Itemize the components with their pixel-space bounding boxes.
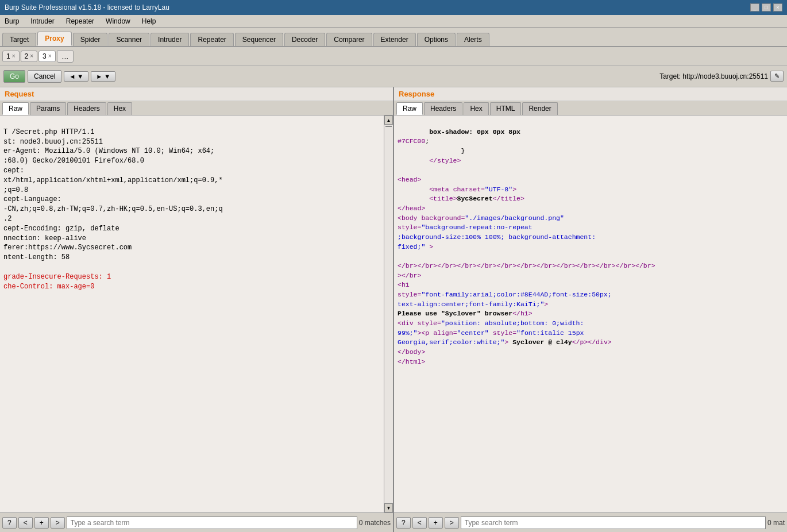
scroll-thumb[interactable]: [385, 126, 392, 127]
content-area: Request Raw Params Headers Hex T /Secret…: [0, 87, 787, 532]
response-search-bar: ? < + > 0 mat: [394, 512, 787, 532]
cancel-button[interactable]: Cancel: [28, 70, 61, 83]
request-search-question[interactable]: ?: [2, 517, 17, 529]
tab-repeater[interactable]: Repeater: [190, 33, 233, 46]
request-search-next[interactable]: >: [51, 517, 65, 529]
request-tabs: Raw Params Headers Hex: [0, 101, 393, 115]
tab-alerts[interactable]: Alerts: [457, 33, 489, 46]
request-content-area: T /Secret.php HTTP/1.1 st: node3.buuoj.c…: [0, 115, 393, 512]
sub-tab-3-close[interactable]: ×: [48, 53, 52, 59]
main-tabs: Target Proxy Spider Scanner Intruder Rep…: [0, 28, 787, 47]
request-search-prev[interactable]: <: [18, 517, 33, 529]
request-code: T /Secret.php HTTP/1.1 st: node3.buuoj.c…: [0, 115, 384, 512]
response-tabs: Raw Headers Hex HTML Render: [394, 101, 787, 115]
scroll-track: [384, 125, 393, 503]
sub-tab-2[interactable]: 2 ×: [21, 51, 38, 62]
response-panel: Response Raw Headers Hex HTML Render box…: [394, 87, 787, 532]
request-header: Request: [0, 87, 393, 101]
scroll-up-arrow[interactable]: ▲: [384, 115, 393, 125]
response-tab-headers[interactable]: Headers: [424, 102, 462, 115]
request-search-input[interactable]: [67, 516, 357, 529]
response-search-input[interactable]: [461, 516, 766, 529]
sub-tab-1-label: 1: [6, 52, 10, 60]
request-tab-hex[interactable]: Hex: [107, 102, 132, 115]
minimize-btn[interactable]: _: [750, 3, 759, 11]
sub-tab-2-close[interactable]: ×: [30, 53, 33, 59]
response-search-next[interactable]: >: [445, 517, 459, 529]
request-tab-headers[interactable]: Headers: [67, 102, 106, 115]
response-tab-hex[interactable]: Hex: [464, 102, 488, 115]
tab-decoder[interactable]: Decoder: [284, 33, 325, 46]
tab-extender[interactable]: Extender: [373, 33, 416, 46]
sub-tab-3[interactable]: 3 ×: [38, 51, 56, 62]
menu-repeater[interactable]: Repeater: [64, 16, 97, 26]
response-tab-render[interactable]: Render: [522, 102, 557, 115]
window-controls: _ □ ×: [750, 3, 782, 11]
tab-options[interactable]: Options: [417, 33, 456, 46]
response-header: Response: [394, 87, 787, 101]
menu-bar: Burp Intruder Repeater Window Help: [0, 15, 787, 28]
prev-button[interactable]: ◄ ▼: [64, 71, 88, 82]
menu-window[interactable]: Window: [103, 16, 133, 26]
menu-burp[interactable]: Burp: [2, 16, 21, 26]
menu-help[interactable]: Help: [140, 16, 159, 26]
request-search-bar: ? < + > 0 matches: [0, 512, 393, 532]
sub-tab-more[interactable]: ...: [57, 50, 74, 63]
request-tab-params[interactable]: Params: [30, 102, 66, 115]
tab-intruder[interactable]: Intruder: [151, 33, 189, 46]
sub-tab-1[interactable]: 1 ×: [2, 51, 20, 62]
maximize-btn[interactable]: □: [762, 3, 771, 11]
tab-spider[interactable]: Spider: [73, 33, 108, 46]
response-code: box-shadow: 0px 0px 8px #7CFC00; } </sty…: [394, 115, 787, 512]
toolbar: Go Cancel ◄ ▼ ► ▼ Target: http://node3.b…: [0, 65, 787, 87]
response-search-add[interactable]: +: [429, 517, 443, 529]
scroll-down-arrow[interactable]: ▼: [384, 503, 393, 512]
app-title: Burp Suite Professional v1.5.18 - licens…: [5, 3, 169, 11]
go-button[interactable]: Go: [3, 70, 25, 83]
target-label: Target: http://node3.buuoj.cn:25511: [659, 72, 768, 80]
request-tab-raw[interactable]: Raw: [2, 102, 29, 115]
request-matches: 0 matches: [359, 519, 391, 527]
response-content-area: box-shadow: 0px 0px 8px #7CFC00; } </sty…: [394, 115, 787, 512]
tab-proxy[interactable]: Proxy: [37, 32, 71, 46]
close-btn[interactable]: ×: [773, 3, 782, 11]
sub-tab-2-label: 2: [25, 52, 29, 60]
tab-target[interactable]: Target: [2, 33, 36, 46]
sub-tab-3-label: 3: [43, 52, 47, 60]
sub-tab-1-close[interactable]: ×: [12, 53, 16, 59]
menu-intruder[interactable]: Intruder: [28, 16, 56, 26]
request-search-add[interactable]: +: [34, 517, 49, 529]
tab-scanner[interactable]: Scanner: [109, 33, 149, 46]
sub-tabs-row: 1 × 2 × 3 × ...: [0, 47, 787, 65]
tab-comparer[interactable]: Comparer: [326, 33, 372, 46]
response-matches: 0 mat: [767, 519, 785, 527]
request-scrollbar[interactable]: ▲ ▼: [384, 115, 393, 512]
response-search-prev[interactable]: <: [412, 517, 427, 529]
tab-sequencer[interactable]: Sequencer: [235, 33, 283, 46]
response-search-question[interactable]: ?: [396, 517, 411, 529]
edit-target-button[interactable]: ✎: [770, 71, 784, 82]
next-button[interactable]: ► ▼: [91, 71, 115, 82]
title-bar: Burp Suite Professional v1.5.18 - licens…: [0, 0, 787, 15]
response-tab-html[interactable]: HTML: [490, 102, 522, 115]
request-panel: Request Raw Params Headers Hex T /Secret…: [0, 87, 394, 532]
response-tab-raw[interactable]: Raw: [396, 102, 423, 115]
